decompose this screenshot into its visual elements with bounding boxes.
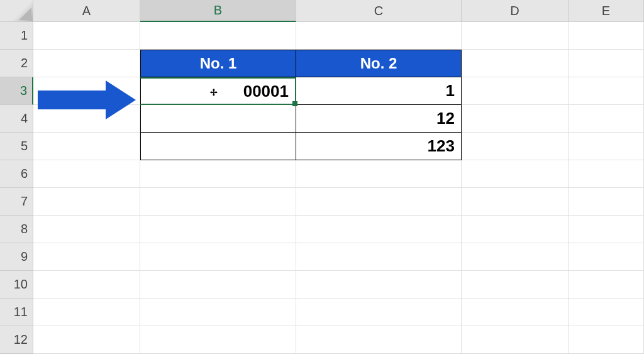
cell-d11[interactable] — [462, 299, 569, 326]
cell-c3[interactable]: 1 — [296, 77, 462, 105]
column-header-d[interactable]: D — [462, 0, 569, 22]
cell-a2[interactable] — [33, 50, 140, 77]
row-header-12[interactable]: 12 — [0, 326, 33, 354]
cell-a10[interactable] — [33, 271, 140, 299]
cell-a8[interactable] — [33, 216, 140, 243]
cell-e8[interactable] — [569, 216, 644, 243]
column-header-a[interactable]: A — [33, 0, 140, 22]
cell-d6[interactable] — [462, 160, 569, 188]
cell-a4[interactable] — [33, 105, 140, 133]
cell-c12[interactable] — [296, 326, 462, 354]
cell-a7[interactable] — [33, 188, 140, 216]
cell-a3[interactable] — [33, 77, 140, 105]
cursor-icon: ✢ — [210, 87, 218, 97]
cell-d8[interactable] — [462, 216, 569, 243]
cell-e1[interactable] — [569, 22, 644, 50]
cell-e10[interactable] — [569, 271, 644, 299]
cell-a11[interactable] — [33, 299, 140, 326]
cell-e12[interactable] — [569, 326, 644, 354]
cell-c6[interactable] — [296, 160, 462, 188]
cell-d1[interactable] — [462, 22, 569, 50]
row-header-5[interactable]: 5 — [0, 133, 33, 160]
cell-b5[interactable] — [140, 133, 296, 160]
cell-b10[interactable] — [140, 271, 296, 299]
cell-e5[interactable] — [569, 133, 644, 160]
cell-d5[interactable] — [462, 133, 569, 160]
cell-b3[interactable]: ✢ 00001 — [140, 77, 296, 105]
cell-e3[interactable] — [569, 77, 644, 105]
row-header-9[interactable]: 9 — [0, 243, 33, 271]
row-header-3[interactable]: 3 — [0, 77, 33, 105]
cell-b4[interactable] — [140, 105, 296, 133]
select-all-corner[interactable] — [0, 0, 33, 22]
column-header-c[interactable]: C — [296, 0, 462, 22]
cell-b11[interactable] — [140, 299, 296, 326]
cell-value: 00001 — [243, 82, 289, 101]
cell-d3[interactable] — [462, 77, 569, 105]
cell-c9[interactable] — [296, 243, 462, 271]
cell-e7[interactable] — [569, 188, 644, 216]
table-header-1[interactable]: No. 1 — [140, 50, 296, 77]
cell-d10[interactable] — [462, 271, 569, 299]
cell-b6[interactable] — [140, 160, 296, 188]
table-header-2[interactable]: No. 2 — [296, 50, 462, 77]
cell-b8[interactable] — [140, 216, 296, 243]
cell-b12[interactable] — [140, 326, 296, 354]
cell-e4[interactable] — [569, 105, 644, 133]
cell-d9[interactable] — [462, 243, 569, 271]
cell-c8[interactable] — [296, 216, 462, 243]
cell-c4[interactable]: 12 — [296, 105, 462, 133]
cell-e6[interactable] — [569, 160, 644, 188]
spreadsheet-grid[interactable]: A B C D E 1 2 No. 1 No. 2 3 ✢ 00001 1 4 … — [0, 0, 644, 354]
cell-a12[interactable] — [33, 326, 140, 354]
row-header-1[interactable]: 1 — [0, 22, 33, 50]
row-header-8[interactable]: 8 — [0, 216, 33, 243]
cell-a9[interactable] — [33, 243, 140, 271]
cell-b7[interactable] — [140, 188, 296, 216]
column-header-e[interactable]: E — [569, 0, 644, 22]
cell-c1[interactable] — [296, 22, 462, 50]
row-header-11[interactable]: 11 — [0, 299, 33, 326]
row-header-2[interactable]: 2 — [0, 50, 33, 77]
cell-c7[interactable] — [296, 188, 462, 216]
row-header-7[interactable]: 7 — [0, 188, 33, 216]
cell-c5[interactable]: 123 — [296, 133, 462, 160]
cell-a5[interactable] — [33, 133, 140, 160]
cell-a1[interactable] — [33, 22, 140, 50]
cell-e9[interactable] — [569, 243, 644, 271]
cell-b1[interactable] — [140, 22, 296, 50]
cell-d7[interactable] — [462, 188, 569, 216]
row-header-4[interactable]: 4 — [0, 105, 33, 133]
row-header-10[interactable]: 10 — [0, 271, 33, 299]
cell-a6[interactable] — [33, 160, 140, 188]
cell-e11[interactable] — [569, 299, 644, 326]
cell-d4[interactable] — [462, 105, 569, 133]
row-header-6[interactable]: 6 — [0, 160, 33, 188]
column-header-b[interactable]: B — [140, 0, 296, 22]
cell-c11[interactable] — [296, 299, 462, 326]
cell-d2[interactable] — [462, 50, 569, 77]
cell-c10[interactable] — [296, 271, 462, 299]
cell-b9[interactable] — [140, 243, 296, 271]
cell-e2[interactable] — [569, 50, 644, 77]
cell-d12[interactable] — [462, 326, 569, 354]
